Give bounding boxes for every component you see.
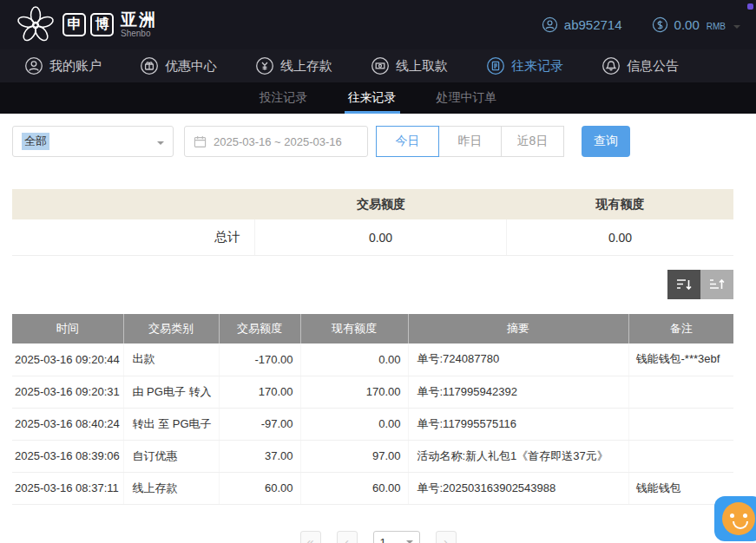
yesterday-button[interactable]: 昨日 (438, 126, 502, 157)
cell-summary: 单号:724087780 (408, 343, 628, 376)
cell-note (628, 408, 733, 440)
chevron-down-icon (157, 141, 164, 145)
cell-time: 2025-03-16 09:20:44 (12, 343, 123, 376)
cell-note (628, 376, 733, 408)
brand-char-1: 申 (62, 13, 86, 36)
cell-time: 2025-03-16 08:40:24 (12, 408, 123, 440)
column-header-balance: 现有额度 (300, 314, 408, 343)
sort-tools (667, 270, 733, 299)
search-button[interactable]: 查询 (582, 126, 630, 157)
records-table: 时间交易类别交易额度现有额度摘要备注 2025-03-16 09:20:44出款… (12, 314, 733, 505)
table-row: 2025-03-16 09:20:31由 PG电子 转入170.00170.00… (12, 376, 733, 408)
column-header-type: 交易类别 (123, 314, 219, 343)
cell-balance: 60.00 (300, 472, 408, 504)
brand-char-2: 博 (90, 13, 114, 36)
summary-total-row: 总计 0.00 0.00 (12, 219, 733, 256)
cell-balance: 0.00 (300, 343, 408, 376)
username: ab952714 (564, 17, 622, 32)
nav-label: 线上存款 (280, 58, 332, 75)
calendar-icon (194, 135, 207, 148)
records-body: 2025-03-16 09:20:44出款-170.000.00单号:72408… (12, 343, 733, 504)
brand-subtitle: Shenbo (121, 29, 157, 38)
cell-summary: 活动名称:新人礼包1《首存即送37元》 (408, 440, 628, 472)
tab-transaction-records[interactable]: 往来记录 (339, 82, 405, 114)
cell-amount: 170.00 (219, 376, 300, 408)
user-icon (542, 16, 558, 33)
sort-descending-icon (676, 278, 692, 291)
tab-processing-orders[interactable]: 处理中订单 (428, 82, 506, 114)
cell-balance: 170.00 (300, 376, 408, 408)
cell-balance: 0.00 (300, 408, 408, 440)
top-right-account-area: ab952714 0.00 RMB (542, 16, 740, 33)
summary-header-row: 交易额度 现有额度 (12, 189, 733, 219)
cell-type: 由 PG电子 转入 (123, 376, 219, 408)
type-select[interactable]: 全部 (12, 126, 174, 157)
cell-balance: 97.00 (300, 440, 408, 472)
account-menu[interactable]: ab952714 (542, 16, 622, 33)
cell-amount: -170.00 (219, 343, 300, 376)
table-row: 2025-03-16 08:40:24转出 至 PG电子-97.000.00单号… (12, 408, 733, 440)
brand-region: 亚洲 (121, 11, 157, 28)
page-select[interactable]: 1 (373, 531, 420, 543)
cell-time: 2025-03-16 08:39:06 (12, 440, 123, 472)
summary-header-current-amount: 现有额度 (507, 189, 733, 219)
column-header-amount: 交易额度 (219, 314, 300, 343)
cell-amount: -97.00 (219, 408, 300, 440)
chat-mascot-icon (722, 502, 755, 535)
quick-date-group: 今日 昨日 近8日 (377, 126, 564, 157)
table-row: 2025-03-16 09:20:44出款-170.000.00单号:72408… (12, 343, 733, 376)
notification-dot (747, 3, 753, 10)
first-page-button[interactable]: « (300, 531, 321, 543)
today-button[interactable]: 今日 (376, 126, 439, 157)
nav-item-promotions[interactable]: 优惠中心 (140, 56, 217, 75)
summary-total-label: 总计 (12, 219, 255, 255)
top-bar: 申 博 亚洲 Shenbo ab952714 (0, 0, 756, 49)
filter-bar: 全部 2025-03-16 ~ 2025-03-16 今日 昨日 近8日 查询 (12, 126, 630, 157)
type-select-value: 全部 (22, 133, 49, 150)
cell-time: 2025-03-16 09:20:31 (12, 376, 123, 408)
cell-note: 钱能钱包-***3ebf (628, 343, 733, 376)
brand-boxed-name: 申 博 (62, 13, 114, 36)
customer-service-chat-button[interactable] (714, 496, 756, 541)
sort-descending-button[interactable] (667, 270, 700, 299)
next-page-button[interactable]: › (436, 531, 457, 543)
user-icon (24, 56, 43, 75)
nav-item-my-account[interactable]: 我的账户 (24, 56, 102, 75)
cell-time: 2025-03-16 08:37:11 (12, 472, 123, 504)
brand-logo[interactable]: 申 博 亚洲 Shenbo (16, 5, 157, 45)
tab-betting-records[interactable]: 投注记录 (251, 82, 317, 114)
nav-item-online-deposit[interactable]: 线上存款 (255, 56, 332, 75)
balance-menu[interactable]: 0.00 RMB (652, 16, 740, 33)
nav-item-transaction-records[interactable]: 往来记录 (486, 56, 563, 75)
summary-total-current-amount: 0.00 (507, 219, 733, 255)
sort-ascending-icon (709, 278, 725, 291)
date-range-picker[interactable]: 2025-03-16 ~ 2025-03-16 (184, 126, 368, 157)
column-header-note: 备注 (628, 314, 733, 343)
bell-icon (602, 56, 621, 75)
summary-section: 交易额度 现有额度 总计 0.00 0.00 (12, 189, 733, 256)
cell-type: 出款 (123, 343, 219, 376)
cell-summary: 单号:117995942392 (408, 376, 628, 408)
brand-text: 亚洲 Shenbo (121, 11, 157, 38)
nav-item-announcements[interactable]: 信息公告 (602, 56, 679, 75)
records-icon (486, 56, 505, 75)
subtab-label: 往来记录 (348, 90, 397, 106)
money-icon (652, 16, 668, 33)
sort-ascending-button[interactable] (700, 270, 733, 299)
cell-summary: 单号:202503163902543988 (408, 472, 628, 504)
flower-logo-icon (16, 5, 56, 45)
nav-label: 优惠中心 (165, 58, 217, 75)
cell-note (628, 440, 733, 472)
nav-item-online-withdrawal[interactable]: 线上取款 (371, 56, 448, 75)
prev-page-button[interactable]: ‹ (337, 531, 358, 543)
cell-type: 线上存款 (123, 472, 219, 504)
chevron-down-icon (733, 25, 740, 29)
balance-amount: 0.00 (674, 17, 700, 32)
column-header-time: 时间 (12, 314, 123, 343)
last-8-days-button[interactable]: 近8日 (501, 126, 564, 157)
cell-amount: 37.00 (219, 440, 300, 472)
main-nav: 我的账户 优惠中心 线上存款 (0, 49, 756, 82)
records-table-wrap: 时间交易类别交易额度现有额度摘要备注 2025-03-16 09:20:44出款… (12, 314, 733, 505)
nav-label: 信息公告 (627, 58, 679, 75)
date-range-value: 2025-03-16 ~ 2025-03-16 (214, 135, 342, 148)
